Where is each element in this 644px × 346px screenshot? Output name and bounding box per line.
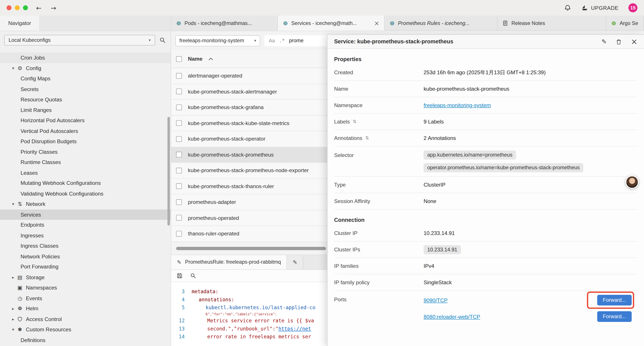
sort-ascending-icon[interactable] <box>209 57 213 60</box>
custom-resources-icon: ✱ <box>16 327 24 333</box>
sidebar-item-leases[interactable]: Leases <box>0 168 171 178</box>
row-checkbox[interactable] <box>176 168 182 173</box>
sidebar-item-config-maps[interactable]: Config Maps <box>0 73 171 84</box>
field-session-affinity: Session Affinity None <box>334 193 638 210</box>
sidebar-item-network[interactable]: ▾ ⇅ Network <box>0 199 171 209</box>
row-checkbox[interactable] <box>176 120 182 126</box>
forward-button[interactable]: Forward... <box>597 311 632 322</box>
sidebar-item-access-control[interactable]: ▸ Access Control <box>0 314 171 324</box>
sidebar-item-ingress-classes[interactable]: Ingress Classes <box>0 241 171 251</box>
item-label: Secrets <box>20 86 39 92</box>
navigator-title[interactable]: Navigator <box>0 15 40 31</box>
tab-label: Argo Se <box>620 20 638 26</box>
namespace-link[interactable]: freeleaps-monitoring-system <box>424 102 491 108</box>
row-checkbox[interactable] <box>176 183 182 189</box>
row-checkbox[interactable] <box>176 104 182 110</box>
sidebar-item-horizontal-pod-autoscalers[interactable]: Horizontal Pod Autoscalers <box>0 115 171 126</box>
row-checkbox[interactable] <box>176 215 182 221</box>
sidebar-item-services[interactable]: Services <box>0 209 171 220</box>
port-link[interactable]: 9090/TCP <box>424 297 448 303</box>
dock-tab-prometheusrule[interactable]: ✎ PrometheusRule: freeleaps-prod-rabbitm… <box>171 255 287 269</box>
chevron-down-icon[interactable]: ▾ <box>10 66 16 70</box>
chevron-right-icon[interactable]: ▸ <box>10 306 16 311</box>
kubernetes-icon: ☸ <box>390 20 395 26</box>
back-icon[interactable]: ← <box>36 4 42 12</box>
section-heading-properties: Properties <box>334 56 638 62</box>
field-value: None <box>424 198 436 204</box>
sidebar-item-vertical-pod-autoscalers[interactable]: Vertical Pod Autoscalers <box>0 126 171 136</box>
sidebar-item-pod-disruption-budgets[interactable]: Pod Disruption Budgets <box>0 136 171 147</box>
sidebar-scrollbar[interactable] <box>168 117 170 226</box>
window-close-button[interactable] <box>6 5 12 10</box>
field-value: 10.233.14.91 <box>424 230 454 236</box>
sidebar-item-mutating-webhook-configurations[interactable]: Mutating Webhook Configurations <box>0 178 171 189</box>
forward-icon[interactable]: → <box>51 4 56 12</box>
item-label: Access Control <box>26 316 62 322</box>
scrollbar-thumb[interactable] <box>176 247 326 250</box>
sidebar-item-resource-quotas[interactable]: Resource Quotas <box>0 94 171 105</box>
sidebar-item-limit-ranges[interactable]: Limit Ranges <box>0 105 171 115</box>
regex-toggle[interactable]: .* <box>279 38 285 43</box>
field-value[interactable]: 2 Annotations <box>424 135 456 141</box>
tab-label: Release Notes <box>512 20 545 26</box>
row-checkbox[interactable] <box>176 136 182 142</box>
trash-icon[interactable] <box>616 38 622 45</box>
chevron-right-icon[interactable]: ▸ <box>10 275 16 280</box>
item-label: Network <box>26 201 45 207</box>
close-icon[interactable]: × <box>631 38 638 45</box>
sidebar-item-storage[interactable]: ▸ ▤ Storage <box>0 272 171 283</box>
kubeconfig-selector[interactable]: Local Kubeconfigs ▾ <box>4 35 155 45</box>
sidebar-item-custom-resources[interactable]: ▾ ✱ Custom Resources <box>0 324 171 335</box>
avatar[interactable] <box>626 175 639 189</box>
window-minimize-button[interactable] <box>15 5 20 10</box>
sidebar-item-network-policies[interactable]: Network Policies <box>0 251 171 262</box>
row-checkbox[interactable] <box>176 199 182 205</box>
search-icon[interactable] <box>159 37 166 43</box>
sidebar-item-definitions[interactable]: Definitions <box>0 335 171 345</box>
selector-badge: operator.prometheus.io/name=kube-prometh… <box>424 163 583 172</box>
sidebar-item-ingresses[interactable]: Ingresses <box>0 230 171 241</box>
sidebar-item-port-forwarding[interactable]: Port Forwarding <box>0 262 171 272</box>
row-checkbox[interactable] <box>176 231 182 237</box>
chevron-down-icon[interactable]: ▾ <box>10 327 16 332</box>
namespace-selector[interactable]: freeleaps-monitoring-system ▾ <box>175 35 260 46</box>
chevron-down-icon[interactable]: ▾ <box>10 202 16 207</box>
sidebar-item-cron-jobs[interactable]: Cron Jobs <box>0 52 171 63</box>
sidebar-item-endpoints[interactable]: Endpoints <box>0 220 171 230</box>
tab-close-icon[interactable]: × <box>371 19 380 27</box>
window-zoom-button[interactable] <box>23 5 28 10</box>
sidebar-item-events[interactable]: ◷ Events <box>0 293 171 304</box>
name-column-header[interactable]: Name <box>188 56 202 62</box>
sidebar-item-runtime-classes[interactable]: Runtime Classes <box>0 157 171 168</box>
sidebar-item-priority-classes[interactable]: Priority Classes <box>0 146 171 157</box>
row-checkbox[interactable] <box>176 152 182 157</box>
port-link[interactable]: 8080:reloader-web/TCP <box>424 314 480 320</box>
tab-argo[interactable]: ☸ Argo Se <box>606 15 644 31</box>
tab-prometheus-rules[interactable]: ☸ Prometheus Rules - icecheng... <box>385 15 498 31</box>
bell-icon[interactable] <box>564 4 572 11</box>
notification-count-badge[interactable]: 15 <box>628 3 638 12</box>
document-icon <box>502 20 508 26</box>
save-icon[interactable] <box>176 272 182 279</box>
search-icon[interactable] <box>190 272 196 279</box>
tab-release-notes[interactable]: Release Notes <box>497 15 606 31</box>
sidebar-item-secrets[interactable]: Secrets <box>0 84 171 94</box>
row-checkbox[interactable] <box>176 89 182 94</box>
chevron-right-icon[interactable]: ▸ <box>10 317 16 322</box>
sidebar-item-validating-webhook-configurations[interactable]: Validating Webhook Configurations <box>0 188 171 199</box>
sort-updown-icon[interactable]: ⇅ <box>353 119 356 124</box>
row-checkbox[interactable] <box>176 73 182 79</box>
sort-updown-icon[interactable]: ⇅ <box>365 135 369 141</box>
select-all-checkbox[interactable] <box>176 56 182 62</box>
sidebar-item-helm[interactable]: ▸ ☸ Helm <box>0 304 171 314</box>
tab-pods[interactable]: ☸ Pods - icecheng@mathmas... <box>171 15 278 31</box>
edit-icon[interactable]: ✎ <box>602 38 607 45</box>
match-case-toggle[interactable]: Aa <box>269 38 275 43</box>
upgrade-button[interactable]: UPGRADE <box>581 4 618 11</box>
forward-button[interactable]: Forward... <box>597 295 632 306</box>
field-value[interactable]: 9 Labels <box>424 118 444 125</box>
tab-services[interactable]: ☸ Services - icecheng@math... × <box>278 15 385 31</box>
sidebar-item-config[interactable]: ▾ ⚙ Config <box>0 63 171 73</box>
dock-tab-partial[interactable]: ✎ <box>287 255 304 269</box>
sidebar-item-namespaces[interactable]: ▣ Namespaces <box>0 283 171 293</box>
